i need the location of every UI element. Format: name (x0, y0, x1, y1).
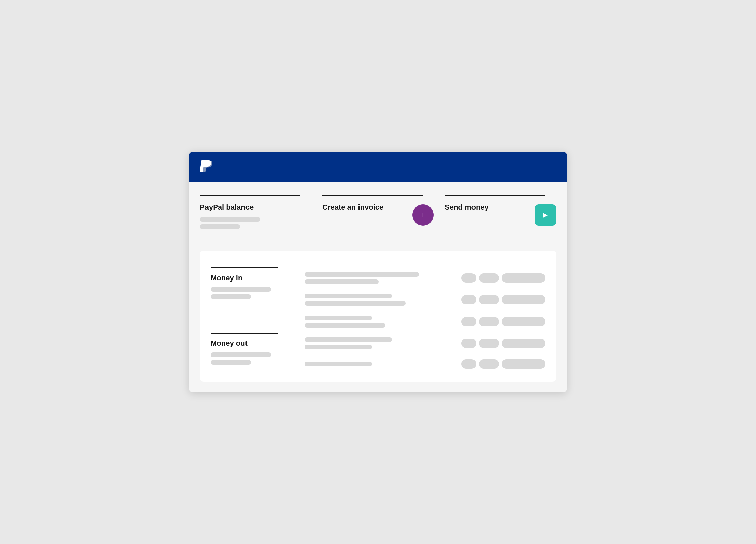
transaction-tags (461, 295, 545, 304)
paypal-logo-icon (200, 159, 212, 174)
invoice-divider (322, 195, 423, 196)
money-out-transactions (305, 333, 545, 374)
money-in-row: Money in (211, 267, 545, 333)
tag-pill (479, 317, 499, 326)
plus-icon: + (420, 210, 426, 220)
tag-pill (479, 359, 499, 369)
transactions-section: Money in (200, 251, 556, 382)
main-content: PayPal balance Create an invoice + (189, 182, 567, 392)
tag-pill (461, 359, 476, 369)
top-separator (211, 259, 545, 259)
tx-line (305, 345, 372, 349)
tx-line (305, 272, 419, 277)
tx-line (305, 337, 392, 342)
transaction-main (305, 272, 456, 284)
transaction-main (305, 337, 456, 349)
balance-skeleton-line-2 (200, 224, 240, 229)
balance-skeleton (200, 217, 311, 229)
transaction-tags (461, 273, 545, 283)
invoice-text: Create an invoice (322, 203, 404, 217)
tx-line (305, 301, 406, 306)
send-panel-inner: Send money ► (445, 203, 556, 226)
tag-pill (461, 295, 476, 304)
money-in-skeleton-1 (211, 287, 271, 292)
tag-pill (461, 273, 476, 283)
transaction-item (305, 267, 545, 289)
send-divider (445, 195, 545, 196)
money-in-skeleton-2 (211, 294, 251, 299)
transaction-main (305, 362, 456, 366)
tx-line (305, 279, 379, 284)
send-title: Send money (445, 203, 527, 212)
create-invoice-button[interactable]: + (412, 204, 434, 226)
app-window: PayPal balance Create an invoice + (189, 152, 567, 392)
tag-pill (479, 339, 499, 348)
send-text: Send money (445, 203, 527, 217)
arrow-right-icon: ► (541, 210, 550, 220)
tag-pill (461, 317, 476, 326)
top-panels-row: PayPal balance Create an invoice + (200, 195, 556, 237)
money-out-skeleton-1 (211, 352, 271, 357)
invoice-panel-inner: Create an invoice + (322, 203, 434, 226)
tag-pill (479, 273, 499, 283)
transaction-item (305, 333, 545, 354)
tag-pill (461, 339, 476, 348)
transaction-main (305, 294, 456, 306)
create-invoice-panel: Create an invoice + (322, 195, 445, 237)
money-in-skeletons (211, 287, 305, 299)
header (189, 152, 567, 182)
money-out-skeletons (211, 352, 305, 365)
transaction-tags (461, 339, 545, 348)
tag-pill (502, 339, 545, 348)
money-out-label-col: Money out (211, 333, 305, 374)
money-in-transactions (305, 267, 545, 333)
balance-divider (200, 195, 300, 196)
send-money-panel: Send money ► (445, 195, 556, 237)
tag-pill (502, 273, 545, 283)
money-out-divider (211, 333, 278, 334)
tag-pill (502, 317, 545, 326)
balance-title: PayPal balance (200, 203, 311, 212)
transaction-item (305, 289, 545, 311)
invoice-title: Create an invoice (322, 203, 404, 212)
money-out-row: Money out (211, 333, 545, 374)
money-out-skeleton-2 (211, 360, 251, 365)
tag-pill (479, 295, 499, 304)
tag-pill (502, 359, 545, 369)
money-in-label-col: Money in (211, 267, 305, 333)
send-money-button[interactable]: ► (535, 204, 556, 226)
money-in-title: Money in (211, 274, 305, 282)
tag-pill (502, 295, 545, 304)
transaction-tags (461, 359, 545, 369)
money-in-divider (211, 267, 278, 268)
paypal-balance-panel: PayPal balance (200, 195, 322, 237)
tx-line (305, 323, 385, 328)
transaction-item (305, 311, 545, 333)
transaction-item (305, 354, 545, 374)
transaction-main (305, 316, 456, 328)
money-out-title: Money out (211, 339, 305, 348)
balance-skeleton-line-1 (200, 217, 260, 222)
transaction-tags (461, 317, 545, 326)
tx-line (305, 362, 372, 366)
tx-line (305, 294, 392, 298)
tx-line (305, 316, 372, 320)
